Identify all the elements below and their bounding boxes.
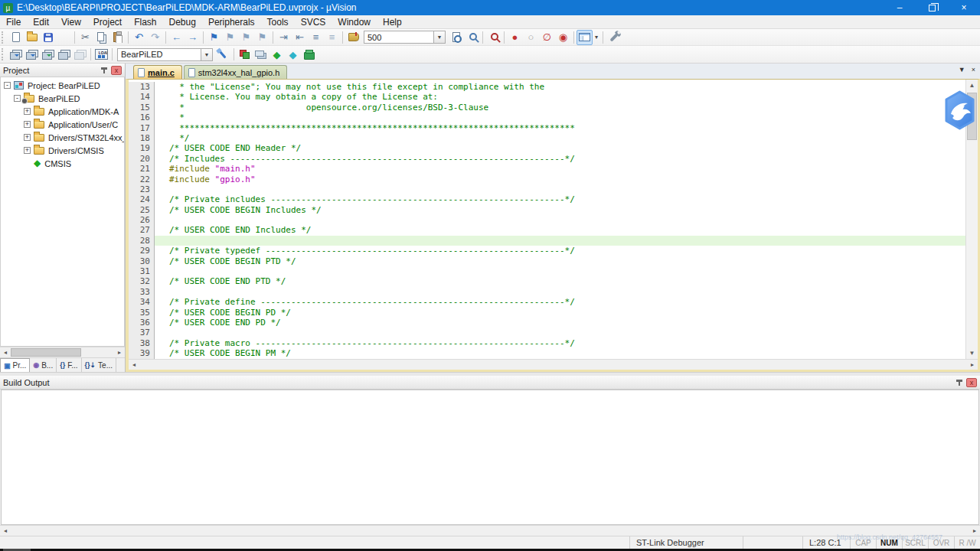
scroll-thumb[interactable] [11, 348, 81, 357]
code-line[interactable]: 32/* USER CODE END PTD */ [129, 276, 965, 286]
tab-close-icon[interactable]: × [972, 66, 975, 73]
nav-back-icon[interactable]: ← [168, 30, 185, 45]
bookmark-clear-icon[interactable]: ⚑ [254, 30, 270, 45]
toolbar-grip[interactable] [2, 31, 6, 44]
code-line[interactable]: 30/* USER CODE BEGIN PTD */ [129, 256, 965, 266]
tree-item[interactable]: ◆CMSIS [1, 157, 124, 170]
menu-project[interactable]: Project [87, 15, 128, 28]
redo-icon[interactable]: ↷ [147, 30, 163, 45]
expand-icon[interactable]: + [24, 108, 31, 115]
toolbar-grip[interactable] [2, 48, 6, 60]
manage-components-icon[interactable] [237, 47, 253, 62]
nav-forward-icon[interactable]: → [185, 30, 201, 45]
unindent-icon[interactable]: ⇤ [292, 30, 308, 45]
editor-tab-stm32l4xx_hal_gpio.h[interactable]: stm32l4xx_hal_gpio.h [184, 65, 287, 79]
panel-tab-f[interactable]: {}F... [57, 358, 81, 372]
uncomment-selection-icon[interactable]: ≡ [324, 30, 340, 45]
code-line[interactable]: 17 *************************************… [129, 123, 965, 133]
code-line[interactable]: 31 [129, 266, 965, 276]
project-hscrollbar[interactable]: ◂ ▸ [0, 347, 125, 357]
undo-icon[interactable]: ↶ [131, 30, 147, 45]
code-line[interactable]: 23 [129, 184, 965, 194]
menu-debug[interactable]: Debug [163, 15, 202, 28]
scroll-left-icon[interactable]: ◂ [0, 347, 11, 357]
disable-all-breakpoints-icon[interactable]: ∅ [539, 30, 555, 45]
stop-build-icon[interactable] [72, 47, 88, 62]
editor-hscrollbar[interactable]: ◂ ▸ [129, 359, 978, 370]
find-icon[interactable] [485, 30, 501, 45]
collapse-icon[interactable]: - [14, 95, 21, 102]
tree-item[interactable]: -BearPiLED [1, 92, 124, 105]
copy-icon[interactable] [93, 30, 109, 45]
code-line[interactable]: 21#include "main.h" [129, 164, 965, 174]
rebuild-all-icon[interactable] [40, 47, 56, 62]
scroll-right-icon[interactable]: ▸ [967, 360, 978, 370]
collapse-icon[interactable]: - [4, 82, 11, 89]
save-all-icon[interactable] [56, 30, 72, 45]
menu-help[interactable]: Help [377, 15, 408, 28]
tree-item[interactable]: +Application/User/C [1, 118, 124, 131]
scroll-up-icon[interactable]: ▲ [966, 80, 978, 91]
tree-item[interactable]: +Drivers/STM32L4xx_ [1, 131, 124, 144]
editor-tab-main.c[interactable]: main.c [133, 65, 182, 79]
code-line[interactable]: 20/* Includes --------------------------… [129, 154, 965, 164]
scroll-left-icon[interactable]: ◂ [0, 526, 11, 536]
panel-tab-te[interactable]: {}⇣Te... [82, 358, 116, 372]
build-output-close-icon[interactable]: x [966, 378, 977, 387]
search-dropdown-icon[interactable]: ▼ [434, 31, 446, 44]
code-line[interactable]: 34/* Private define --------------------… [129, 297, 965, 307]
scroll-right-icon[interactable]: ▸ [114, 347, 125, 357]
download-icon[interactable]: LOAD [93, 47, 109, 62]
paste-icon[interactable] [109, 30, 126, 45]
cut-icon[interactable]: ✂ [77, 30, 93, 45]
menu-edit[interactable]: Edit [27, 15, 55, 28]
minimize-button[interactable]: – [884, 0, 916, 15]
save-icon[interactable] [40, 30, 56, 45]
panel-tab-pr[interactable]: ▣Pr... [0, 358, 30, 372]
scroll-down-icon[interactable]: ▼ [966, 347, 978, 359]
code-line[interactable]: 36/* USER CODE END PD */ [129, 318, 965, 328]
window-layout-button-caret[interactable]: ▾ [593, 34, 600, 41]
configure-wrench-icon[interactable] [606, 30, 622, 45]
build-icon[interactable] [24, 47, 40, 62]
new-file-icon[interactable] [8, 30, 24, 45]
code-line[interactable]: 16 * [129, 112, 965, 122]
manage-rte-icon[interactable]: ◆ [269, 47, 285, 62]
scroll-left-icon[interactable]: ◂ [129, 360, 139, 370]
bookmark-prev-icon[interactable]: ⚑ [222, 30, 238, 45]
code-line[interactable]: 25/* USER CODE BEGIN Includes */ [129, 205, 965, 215]
pin-icon[interactable] [100, 66, 108, 74]
code-line[interactable]: 33 [129, 287, 965, 297]
code-line[interactable]: 38/* Private macro ---------------------… [129, 338, 965, 348]
tree-item[interactable]: +Drivers/CMSIS [1, 144, 124, 157]
menu-flash[interactable]: Flash [128, 15, 162, 28]
build-output-content[interactable] [1, 390, 979, 525]
tree-item[interactable]: +Application/MDK-A [1, 105, 124, 118]
menu-view[interactable]: View [55, 15, 87, 28]
bookmark-toggle-icon[interactable]: ⚑ [206, 30, 222, 45]
indent-icon[interactable]: ⇥ [276, 30, 292, 45]
target-dropdown-icon[interactable]: ▼ [201, 48, 213, 61]
pack-installer-icon[interactable] [301, 47, 317, 62]
batch-build-icon[interactable] [56, 47, 72, 62]
code-line[interactable]: 22#include "gpio.h" [129, 174, 965, 184]
tree-item[interactable]: -Project: BearPiLED [1, 79, 124, 92]
project-panel-close-icon[interactable]: x [111, 66, 122, 75]
search-input[interactable]: 500 [364, 31, 434, 44]
manage-project-items-icon[interactable] [253, 47, 269, 62]
code-line[interactable]: 18 */ [129, 133, 965, 143]
menu-window[interactable]: Window [332, 15, 377, 28]
menu-file[interactable]: File [0, 15, 27, 28]
build-output-hscrollbar[interactable]: ◂ ▸ [0, 525, 980, 536]
code-line[interactable]: 26 [129, 215, 965, 225]
panel-tab-b[interactable]: ◉B... [30, 358, 57, 372]
code-line[interactable]: 27/* USER CODE END Includes */ [129, 225, 965, 235]
bookmark-next-icon[interactable]: ⚑ [238, 30, 254, 45]
restore-button[interactable] [916, 0, 948, 15]
find-in-files-icon[interactable] [448, 30, 464, 45]
open-file-icon[interactable] [24, 30, 40, 45]
translate-file-icon[interactable] [8, 47, 24, 62]
code-line[interactable]: 37 [129, 328, 965, 337]
menu-tools[interactable]: Tools [261, 15, 295, 28]
menu-svcs[interactable]: SVCS [295, 15, 332, 28]
